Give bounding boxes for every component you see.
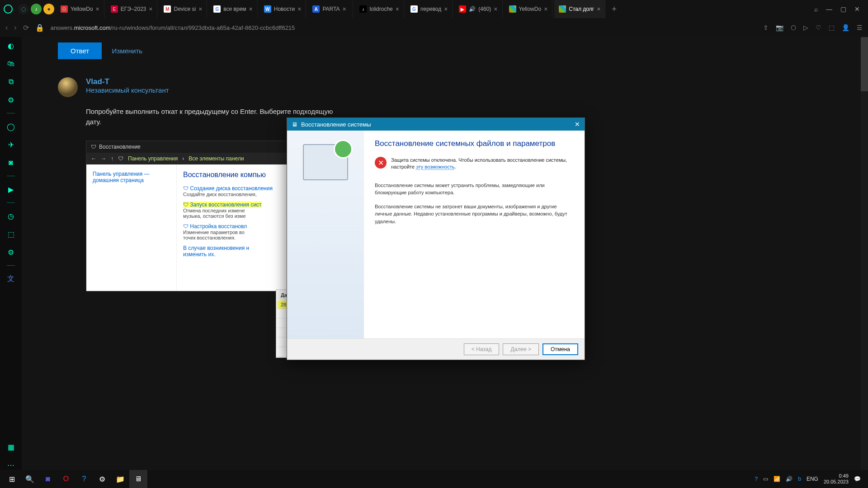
cube-icon[interactable]: ⬚ [829,24,835,31]
explorer-taskbar-icon[interactable]: 📁 [111,470,129,488]
settings-taskbar-icon[interactable]: ⚙ [93,470,111,488]
twitch-icon[interactable]: ⧉ [6,77,16,87]
back-button: < Назад [464,343,500,355]
restore-taskbar-icon[interactable]: 🖥 [129,470,147,488]
configure-link[interactable]: эту возможность [416,164,454,169]
close-icon[interactable]: × [544,5,547,13]
close-icon[interactable]: × [96,5,99,13]
tab-label: все врем [223,6,246,12]
dialog-icon: 🖥 [292,121,297,128]
translator-icon[interactable]: 文 [6,274,16,284]
tab-google-2[interactable]: Gперевод× [406,0,453,18]
speed-dial-icon[interactable]: ◐ [6,41,16,51]
search-icon[interactable]: ⌕ [814,5,818,13]
close-icon[interactable]: × [198,5,202,13]
close-icon[interactable]: × [297,5,301,13]
minimize-icon[interactable]: — [826,5,832,13]
tab-yellowdo-1[interactable]: OYellowDo× [56,0,104,18]
close-icon[interactable]: ✕ [575,121,580,128]
user-name[interactable]: Vlad-T [86,77,832,86]
tab-ege[interactable]: ЕЕГЭ–2023× [106,0,158,18]
heart-icon[interactable]: ♡ [816,24,821,31]
reload-icon[interactable]: ⟳ [23,23,29,32]
player-icon[interactable]: ▶ [6,184,16,194]
dialog-paragraph: Восстановление системы не затронет ваши … [375,203,574,225]
browser-tab-strip: ◌ ♪ ● OYellowDo× ЕЕГЭ–2023× MDevice si× … [0,0,868,18]
tray-bing-icon[interactable]: b [798,476,801,482]
maximize-icon[interactable]: ▢ [840,5,846,13]
dialog-titlebar[interactable]: 🖥 Восстановление системы ✕ [287,118,585,131]
tray-wifi-icon[interactable]: 📶 [774,476,780,482]
ai-icon[interactable]: ⚙ [6,95,16,105]
gx-coin-icon[interactable]: ● [43,4,54,14]
close-icon[interactable]: × [342,5,346,13]
shield-icon[interactable]: ⬡ [791,24,796,31]
avatar[interactable] [58,77,78,97]
tray-volume-icon[interactable]: 🔊 [786,476,793,482]
whatsapp-icon[interactable]: ◯ [6,122,16,131]
nav-up-icon: ↑ [111,155,113,162]
cancel-button[interactable]: Отмена [542,343,578,355]
tab-youtube[interactable]: ▶🔊(460)× [454,0,502,18]
profile-icon[interactable]: 👤 [842,24,849,31]
tray-help-icon[interactable]: ? [755,476,758,482]
notification-icon[interactable]: 💬 [854,476,861,482]
tab-label: ЕГЭ–2023 [121,6,146,12]
close-icon[interactable]: × [396,5,399,13]
new-tab-button[interactable]: + [607,5,621,14]
reply-button[interactable]: Ответ [58,42,102,59]
tab-google-1[interactable]: Gвсе врем× [209,0,257,18]
nav-forward-icon[interactable]: › [14,23,16,32]
error-icon: ✕ [375,157,387,169]
tab-vk[interactable]: WНовости× [259,0,307,18]
opera-logo-icon [4,5,13,14]
help-taskbar-icon[interactable]: ? [75,470,93,488]
close-icon[interactable]: × [149,5,152,13]
send-icon[interactable]: ⇪ [763,24,769,31]
monitor-icon [303,144,348,180]
discord-icon[interactable]: ◙ [6,158,16,168]
close-icon[interactable]: × [494,5,497,13]
history-icon[interactable]: ◷ [6,211,16,221]
cp-link-info: В случае возникновения н изменить их. [183,245,249,258]
telegram-icon[interactable]: ✈ [6,140,16,150]
tab-parta[interactable]: АPARTA× [308,0,353,18]
language-indicator[interactable]: ENG [807,476,818,482]
tab-gmail[interactable]: MDevice si× [159,0,207,18]
close-icon[interactable]: × [597,5,600,13]
page-scrollbar[interactable] [861,37,868,470]
tab-yellowdo-2[interactable]: YellowDo× [505,0,553,18]
search-button[interactable]: 🔍 [21,470,39,488]
easy-setup-icon[interactable]: ☰ [857,24,863,31]
edit-link[interactable]: Изменить [112,47,143,55]
pinboards-icon[interactable]: ▦ [6,442,16,452]
extensions-icon[interactable]: ⬚ [6,229,16,239]
taskbar-clock[interactable]: 0:49 20.05.2023 [824,473,849,485]
gx-sound-icon[interactable]: ♪ [31,4,42,14]
discord-taskbar-icon[interactable]: ◙ [39,470,57,488]
opera-taskbar-icon[interactable]: O [57,470,75,488]
tab-label: Стал долг [569,6,594,12]
camera-icon[interactable]: 📷 [776,24,783,31]
nav-forward-icon: → [101,155,106,162]
shopping-icon[interactable]: 🛍 [6,59,16,69]
url-prefix: answers. [51,24,74,31]
gx-sidebar: ◐ 🛍 ⧉ ⚙ ◯ ✈ ◙ ▶ ◷ ⬚ ⚙ 文 ▦ ⋯ [0,37,22,470]
tray-battery-icon[interactable]: ▭ [763,476,768,482]
play-icon[interactable]: ▷ [803,24,808,31]
close-window-icon[interactable]: ✕ [854,5,860,13]
address-bar[interactable]: answers.microsoft.com/ru-ru/windows/foru… [51,24,757,31]
lock-icon[interactable]: 🔒 [35,23,44,32]
more-icon[interactable]: ⋯ [6,460,16,470]
gx-corner-icon[interactable]: ◌ [18,4,29,14]
tab-tiktok[interactable]: ♪lolidroche× [355,0,404,18]
nav-back-icon[interactable]: ‹ [5,23,8,32]
next-button: Далее > [503,343,539,355]
tab-active[interactable]: Стал долг× [554,0,605,18]
close-icon[interactable]: × [444,5,448,13]
scrollbar-thumb[interactable] [861,37,868,91]
url-path: /ru-ru/windows/forum/all/стал/9923dbda-a… [111,24,295,31]
settings-icon[interactable]: ⚙ [6,247,16,257]
start-button[interactable]: ⊞ [3,470,21,488]
close-icon[interactable]: × [249,5,253,13]
